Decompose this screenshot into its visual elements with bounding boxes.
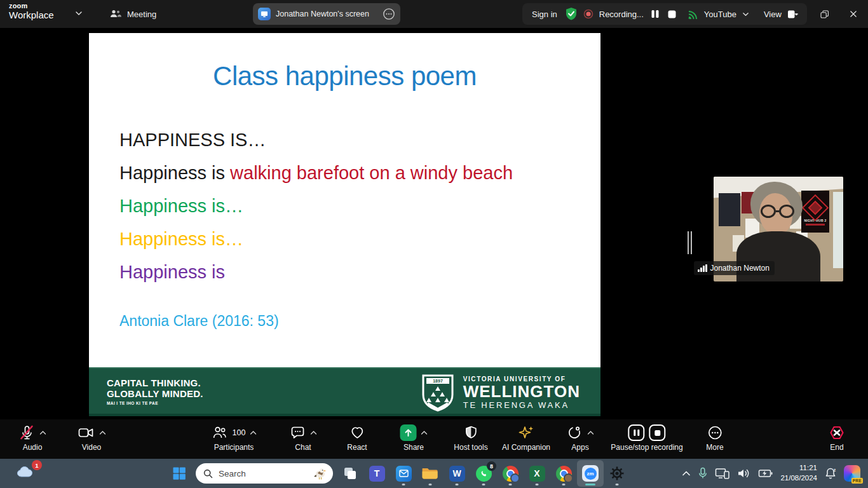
slide-line: Happiness is walking barefoot on a windy… (119, 156, 600, 189)
screen-share-pill[interactable]: Jonathan Newton's screen (253, 3, 400, 25)
apps-button[interactable]: Apps (567, 424, 594, 452)
slide-line: Happiness is… (119, 222, 600, 255)
participants-button[interactable]: 100 Participants (212, 424, 257, 452)
taskbar-app-whatsapp[interactable]: 8 (470, 460, 497, 487)
video-label: Video (82, 443, 101, 452)
react-button[interactable]: React (347, 424, 367, 452)
sign-in-button[interactable]: Sign in (532, 10, 557, 19)
university-wordmark: VICTORIA UNIVERSITY OF WELLINGTON TE HER… (463, 376, 580, 410)
ai-companion-button[interactable]: AI Companion (502, 424, 550, 452)
participant-name: Jonathan Newton (710, 264, 770, 273)
stop-recording-icon[interactable] (667, 9, 677, 20)
taskbar-app-mail[interactable] (390, 460, 417, 487)
record-label: Pause/stop recording (611, 443, 682, 452)
chevron-up-icon[interactable] (100, 430, 106, 435)
notifications-bell-icon[interactable]: z (824, 467, 837, 480)
ai-sparkle-icon (517, 424, 535, 441)
shield-year: 1897 (433, 379, 443, 383)
taskbar-app-word[interactable]: W (444, 460, 470, 487)
tab-meeting[interactable]: Meeting (103, 5, 163, 23)
taskbar-app-chrome-2[interactable] (550, 460, 577, 487)
apps-label: Apps (571, 443, 588, 452)
end-meeting-button[interactable]: End (828, 424, 846, 452)
pause-stop-recording-button[interactable]: Pause/stop recording (611, 424, 682, 452)
pause-recording-icon[interactable] (649, 8, 661, 20)
end-meeting-icon (828, 424, 846, 441)
onedrive-icon[interactable]: 1 (15, 464, 41, 484)
person-glasses (761, 205, 794, 218)
chat-button[interactable]: Chat (290, 424, 317, 452)
zoom-workplace-logo: zoom Workplace (9, 3, 54, 20)
chevron-up-icon[interactable] (250, 430, 256, 435)
more-ellipsis-icon (707, 424, 723, 441)
share-button[interactable]: Share (400, 424, 428, 452)
taskbar-app-excel[interactable]: X (524, 460, 550, 487)
panel-drag-handle[interactable] (688, 231, 694, 254)
video-backdrop-night-hub-poster: NIGHT HUB 2 (801, 191, 829, 233)
share-label: Share (403, 443, 424, 452)
recording-status-label: Recording... (599, 10, 644, 19)
more-button[interactable]: More (706, 424, 723, 452)
taskbar-center-group: Search T (166, 459, 630, 488)
taskbar-app-settings[interactable] (604, 460, 630, 487)
chevron-up-icon[interactable] (421, 430, 428, 435)
tray-microphone-icon[interactable] (698, 467, 708, 480)
chat-icon (290, 424, 306, 441)
chevron-up-icon[interactable] (588, 430, 594, 435)
copilot-icon[interactable]: PRE (844, 465, 860, 482)
shared-slide: Class happiness poem HAPPINESS IS…Happin… (89, 33, 600, 416)
tray-cast-icon[interactable] (715, 467, 730, 480)
meeting-tab-label: Meeting (127, 10, 156, 19)
start-button[interactable] (166, 460, 192, 487)
restore-window-button[interactable] (810, 0, 839, 28)
task-view-icon (342, 466, 358, 481)
tray-chevron-up-icon[interactable] (682, 470, 691, 477)
slide-citation: Antonia Clare (2016: 53) (119, 313, 600, 330)
audio-button[interactable]: Audio (19, 424, 46, 452)
taskbar-clock[interactable]: 11:21 21/08/2024 (780, 463, 817, 483)
end-label: End (830, 443, 843, 452)
minimize-button[interactable] (780, 0, 810, 28)
share-screen-icon (400, 424, 417, 441)
more-options-icon[interactable] (383, 8, 395, 20)
clock-time: 11:21 (780, 463, 817, 473)
view-button[interactable]: View (764, 10, 782, 19)
task-view-button[interactable] (337, 460, 363, 487)
close-window-button[interactable] (839, 0, 868, 28)
youtube-stream-button[interactable]: YouTube (704, 10, 736, 19)
meeting-people-icon (109, 9, 122, 19)
taskbar-search-box[interactable]: Search (196, 463, 333, 484)
taskbar-app-file-explorer[interactable] (417, 460, 444, 487)
stop-recording-icon[interactable] (649, 424, 666, 441)
heart-icon (349, 424, 365, 441)
host-tools-label: Host tools (454, 443, 487, 452)
recording-dot-icon (583, 9, 593, 19)
participants-label: Participants (214, 443, 254, 452)
shared-screen-icon (258, 8, 271, 20)
slide-line: Happiness is… (119, 189, 600, 222)
slide-title: Class happiness poem (89, 61, 600, 92)
zoom-titlebar: zoom Workplace Meeting Jonathan Newton's… (0, 0, 868, 28)
pause-recording-icon[interactable] (628, 424, 645, 441)
word-icon: W (449, 466, 465, 482)
audio-level-icon (698, 264, 707, 272)
file-explorer-icon (422, 466, 438, 480)
participants-icon (212, 424, 228, 441)
taskbar-app-zoom[interactable]: zm (577, 460, 604, 487)
university-tagline: CAPITAL THINKING. GLOBALLY MINDED. MAI I… (107, 377, 203, 405)
chevron-down-icon[interactable] (742, 11, 749, 18)
taskbar-app-chrome-1[interactable] (497, 460, 524, 487)
chevron-down-icon[interactable] (75, 10, 83, 17)
screen-share-label: Jonathan Newton's screen (276, 10, 377, 18)
host-tools-button[interactable]: Host tools (454, 424, 487, 452)
chevron-up-icon[interactable] (40, 430, 46, 435)
tray-volume-icon[interactable] (737, 468, 751, 479)
video-button[interactable]: Video (78, 424, 106, 452)
tray-battery-icon[interactable] (758, 468, 773, 479)
chevron-up-icon[interactable] (311, 430, 317, 435)
live-stream-icon (687, 9, 698, 19)
onedrive-notification-badge: 1 (32, 460, 42, 470)
security-shield-icon[interactable] (565, 7, 578, 21)
search-icon (203, 469, 213, 478)
taskbar-app-teams[interactable]: T (363, 460, 390, 487)
